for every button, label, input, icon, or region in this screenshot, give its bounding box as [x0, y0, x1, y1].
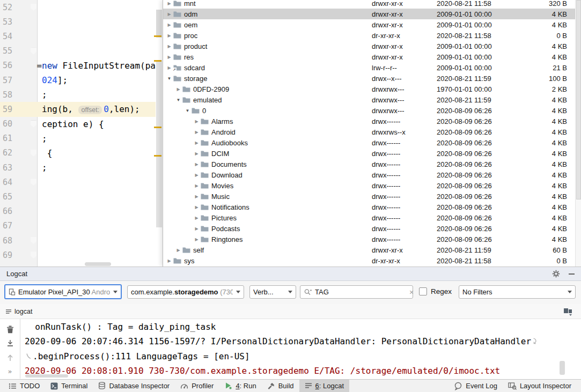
editor-line[interactable]: 56=new FileInputStream(pa: [0, 58, 156, 73]
log-level-dropdown[interactable]: Verb...: [249, 285, 296, 299]
expand-arrow-icon[interactable]: ▶: [193, 162, 200, 167]
editor-line[interactable]: 66: [0, 204, 156, 219]
editor-line[interactable]: 54: [0, 29, 156, 43]
file-tree-row[interactable]: ▶0DFD-2909drwxrwx---1970-01-01 00:002 KB: [163, 84, 581, 94]
expand-arrow-icon[interactable]: ▶: [193, 151, 200, 156]
fold-marker-icon[interactable]: [31, 48, 36, 55]
statusbar-item-terminal[interactable]: Terminal: [45, 380, 93, 392]
process-selector-dropdown[interactable]: com.example.storagedemo (730: [127, 285, 244, 299]
statusbar-item-profiler[interactable]: Profiler: [175, 380, 219, 392]
file-tree-row[interactable]: ▶resdrwxr-xr-x2009-01-01 00:004 KB: [163, 51, 581, 62]
fold-marker-icon[interactable]: [31, 252, 36, 258]
file-tree-row[interactable]: ▼storagedrwx--x---2020-08-21 11:59100 B: [163, 73, 581, 84]
file-tree-row[interactable]: ▶productdrwxr-xr-x2009-01-01 00:004 KB: [163, 41, 581, 51]
expand-arrow-icon[interactable]: ▶: [193, 194, 200, 199]
expand-arrow-icon[interactable]: ▶: [193, 237, 200, 242]
statusbar-item-todo[interactable]: TODO: [3, 380, 45, 392]
filters-dropdown[interactable]: No Filters: [459, 285, 576, 299]
editor-vertical-scrollbar[interactable]: [156, 0, 163, 267]
minimize-icon[interactable]: [569, 273, 575, 275]
scrollbar-thumb[interactable]: [576, 0, 581, 199]
search-icon[interactable]: [304, 289, 312, 295]
gear-icon[interactable]: [552, 270, 560, 278]
file-tree-row[interactable]: ▶Audiobooksdrwx------2020-08-09 06:264 K…: [163, 137, 581, 148]
fold-marker-icon[interactable]: [31, 237, 36, 244]
editor-layout-icon[interactable]: [563, 308, 572, 316]
file-tree-row[interactable]: ▶Androiddrwxrws--x2020-08-09 06:264 KB: [163, 127, 581, 137]
warning-stripe-mark[interactable]: [154, 35, 161, 37]
file-tree-row[interactable]: ▶DCIMdrwx------2020-08-09 06:264 KB: [163, 148, 581, 159]
editor-line[interactable]: 52: [0, 0, 156, 14]
expand-arrow-icon[interactable]: ▶: [175, 87, 182, 92]
editor-line[interactable]: 61;: [0, 131, 156, 146]
device-selector-dropdown[interactable]: Emulator Pixel_API_30 Androi: [4, 284, 122, 299]
warning-stripe-mark[interactable]: [154, 127, 161, 128]
file-tree-row[interactable]: ▶mntdrwxr-xr-x2020-08-21 11:58320 B: [163, 0, 581, 9]
editor-line[interactable]: 68: [0, 233, 156, 248]
statusbar-item-run[interactable]: 4: Run: [219, 380, 261, 392]
statusbar-item-event-log[interactable]: Event Log: [448, 380, 503, 392]
trash-button[interactable]: [6, 322, 14, 336]
editor-line[interactable]: 69: [0, 248, 156, 262]
double-chevron-button[interactable]: »: [8, 365, 12, 379]
statusbar-item-build[interactable]: Build: [262, 380, 299, 392]
statusbar-item-logcat[interactable]: 6: Logcat: [299, 380, 350, 392]
editor-line[interactable]: 64: [0, 175, 156, 189]
up-arrow-button[interactable]: [6, 351, 14, 365]
file-tree-row[interactable]: ▶Podcastsdrwx------2020-08-09 06:264 KB: [163, 223, 581, 234]
scroll-to-end-button[interactable]: [6, 336, 14, 350]
file-tree-row[interactable]: ▶oemdrwxr-xr-x2009-01-01 00:004 KB: [163, 19, 581, 30]
scrollbar-thumb[interactable]: [156, 10, 162, 38]
file-tree-row[interactable]: ▶sysdr-xr-xr-x2020-08-21 11:580 B: [163, 255, 581, 266]
logcat-search-box[interactable]: ×: [300, 285, 413, 299]
logcat-output-area[interactable]: » onRunTask() : Tag = daily_ping_task202…: [0, 319, 581, 379]
file-tree-row[interactable]: ▶Picturesdrwx------2020-08-09 06:264 KB: [163, 212, 581, 223]
file-tree-row[interactable]: ▶Notificationsdrwx------2020-08-09 06:26…: [163, 202, 581, 212]
log-horizontal-scrollbar[interactable]: [25, 374, 68, 378]
scrollbar-thumb[interactable]: [156, 60, 162, 227]
file-tree-row[interactable]: ▶Ringtonesdrwx------2020-08-09 06:264 KB: [163, 234, 581, 245]
editor-line[interactable]: 67: [0, 219, 156, 233]
editor-horizontal-scrollbar[interactable]: [85, 262, 111, 266]
search-input[interactable]: [315, 288, 409, 296]
expand-arrow-icon[interactable]: ▶: [193, 183, 200, 188]
file-tree-row[interactable]: ▶Downloaddrwx------2020-08-09 06:264 KB: [163, 169, 581, 180]
expand-arrow-icon[interactable]: ▶: [166, 23, 173, 27]
editor-line[interactable]: 59ing(b, offset:0,len);: [0, 102, 156, 116]
collapse-arrow-icon[interactable]: ▼: [166, 76, 173, 81]
expand-arrow-icon[interactable]: ▶: [166, 12, 173, 17]
tab-logcat[interactable]: logcat: [5, 308, 32, 315]
expand-arrow-icon[interactable]: ▶: [193, 130, 200, 135]
editor-line[interactable]: 58;: [0, 87, 156, 102]
expand-arrow-icon[interactable]: ▶: [166, 33, 173, 38]
collapse-arrow-icon[interactable]: ▼: [184, 108, 191, 113]
expand-arrow-icon[interactable]: ▶: [193, 216, 200, 220]
fold-marker-icon[interactable]: [31, 121, 36, 128]
expand-arrow-icon[interactable]: ▶: [193, 119, 200, 124]
fold-marker-icon[interactable]: [31, 4, 36, 11]
expand-arrow-icon[interactable]: ▶: [193, 140, 200, 145]
file-tree-row[interactable]: ▶↗sdcardlrw-r--r--2009-01-01 00:0021 B: [163, 62, 581, 73]
expand-arrow-icon[interactable]: ▶: [166, 44, 173, 49]
file-tree-row[interactable]: ▶Moviesdrwx------2020-08-09 06:264 KB: [163, 180, 581, 191]
file-tree-row[interactable]: ▶odmdrwxr-xr-x2009-01-01 00:004 KB: [163, 9, 581, 19]
editor-line[interactable]: 55: [0, 44, 156, 58]
explorer-vertical-scrollbar[interactable]: [575, 0, 581, 267]
expand-arrow-icon[interactable]: ▶: [166, 258, 173, 263]
close-icon[interactable]: ×: [409, 288, 414, 297]
editor-line[interactable]: 53: [0, 14, 156, 29]
expand-arrow-icon[interactable]: ▶: [175, 248, 182, 253]
file-tree-row[interactable]: ▶Alarmsdrwx------2020-08-09 06:264 KB: [163, 116, 581, 127]
expand-arrow-icon[interactable]: ▶: [193, 205, 200, 210]
editor-line[interactable]: 60ception e) {: [0, 117, 156, 131]
file-tree-row[interactable]: ▶Musicdrwx------2020-08-09 06:264 KB: [163, 191, 581, 202]
regex-checkbox[interactable]: [419, 287, 427, 295]
expand-arrow-icon[interactable]: ▶: [193, 173, 200, 177]
file-tree-row[interactable]: ▶selfdrwxr-xr-x2020-08-21 11:5960 B: [163, 245, 581, 255]
fold-marker-icon[interactable]: [31, 179, 36, 186]
file-tree-row[interactable]: ▼emulateddrwxrwx---2020-08-21 11:594 KB: [163, 94, 581, 105]
fold-marker-icon[interactable]: [31, 150, 36, 157]
file-tree-row[interactable]: ▼0drwxrwx---2020-08-09 06:264 KB: [163, 105, 581, 116]
code-editor[interactable]: 5253545556=new FileInputStream(pa57024];…: [0, 0, 163, 267]
warning-stripe-mark[interactable]: [154, 60, 161, 62]
